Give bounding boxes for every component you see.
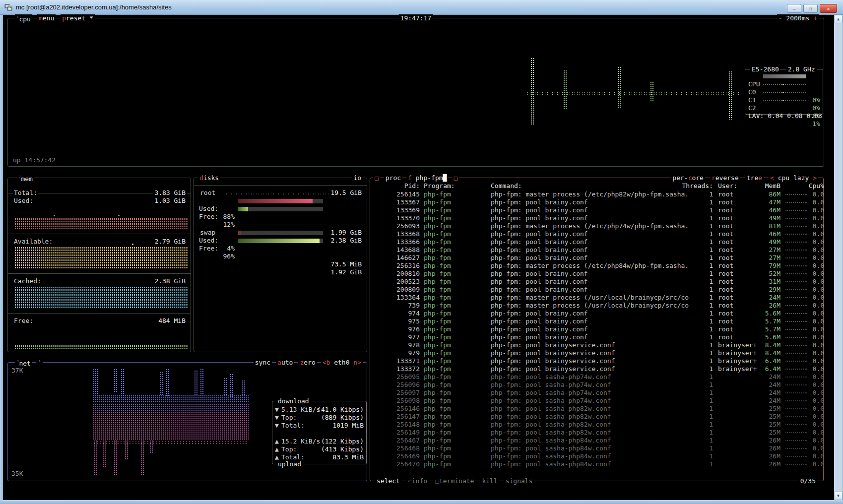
process-row[interactable]: 146627php-fpmphp-fpm: pool brainy.conf1r… xyxy=(376,254,823,262)
process-pid: 256469 xyxy=(376,452,420,460)
io-toggle[interactable]: io xyxy=(352,174,363,182)
column-user[interactable]: User: xyxy=(718,182,737,190)
process-user: root xyxy=(718,214,733,222)
process-command: php-fpm: pool brainy.conf xyxy=(491,333,588,341)
update-interval[interactable]: - 2000ms + xyxy=(777,14,819,22)
cpu-graph-spike xyxy=(530,58,534,125)
process-row[interactable]: 256469php-fpmphp-fpm: pool sasha-php84w.… xyxy=(376,452,823,460)
process-row[interactable]: 978php-fpmphp-fpm: pool brainyservice.co… xyxy=(376,341,823,349)
process-row[interactable]: 979php-fpmphp-fpm: pool brainyservice.co… xyxy=(376,349,823,357)
process-row[interactable]: 976php-fpmphp-fpm: pool brainy.conf1root… xyxy=(376,325,823,333)
process-mem: 8.4M xyxy=(736,349,780,357)
process-cpu: 0.0 xyxy=(801,437,824,444)
process-row[interactable]: 133370php-fpmphp-fpm: pool brainy.conf1r… xyxy=(376,214,823,222)
process-row[interactable]: 256147php-fpmphp-fpm: pool sasha-php82w.… xyxy=(376,413,823,421)
process-row[interactable]: 256098php-fpmphp-fpm: pool sasha-php74w.… xyxy=(376,397,823,405)
terminate-button[interactable]: □terminate xyxy=(434,477,475,485)
interface-switcher[interactable]: <b eth0 n> xyxy=(321,359,363,366)
process-program: php-fpm xyxy=(424,270,451,278)
maximize-button[interactable]: ❐ xyxy=(803,4,818,13)
process-cpu: 0.0 xyxy=(801,341,824,349)
process-row[interactable]: 256095php-fpmphp-fpm: pool sasha-php74w.… xyxy=(376,373,823,381)
column-cpu[interactable]: Cpu% xyxy=(801,182,824,190)
process-row[interactable]: 133371php-fpmphp-fpm: pool brainyservice… xyxy=(376,357,823,365)
net-box-label[interactable]: ³net xyxy=(15,359,32,367)
sort-selector[interactable]: < cpu lazy > xyxy=(769,174,818,182)
auto-toggle[interactable]: auto xyxy=(276,359,294,366)
proc-box-label[interactable]: proc xyxy=(384,174,402,182)
process-command: php-fpm: pool sasha-php82w.conf xyxy=(491,429,611,437)
signals-button[interactable]: signals xyxy=(504,477,534,485)
per-core-toggle[interactable]: per-core xyxy=(671,174,705,182)
filter-input[interactable]: f php-fpm█ xyxy=(406,174,448,182)
column-program[interactable]: Program: xyxy=(424,182,455,190)
process-command: php-fpm: pool brainy.conf xyxy=(491,278,588,286)
mem-available-row: Available:2.79 GiB xyxy=(8,230,191,238)
tree-toggle[interactable]: tree xyxy=(745,174,764,182)
process-row[interactable]: 200523php-fpmphp-fpm: pool brainy.conf1r… xyxy=(376,278,823,286)
process-row[interactable]: 133369php-fpmphp-fpm: pool brainy.conf1r… xyxy=(376,206,823,214)
process-row[interactable]: 256146php-fpmphp-fpm: pool sasha-php82w.… xyxy=(376,405,823,413)
cpu-box-label[interactable]: ¹cpu xyxy=(15,14,32,23)
process-row[interactable]: 133366php-fpmphp-fpm: pool brainy.conf1r… xyxy=(376,238,823,246)
process-program: php-fpm xyxy=(424,349,451,357)
process-cpu: 0.0 xyxy=(801,206,824,214)
column-pid[interactable]: Pid: xyxy=(376,182,420,190)
process-row[interactable]: 739php-fpmphp-fpm: master process (/usr/… xyxy=(376,302,823,310)
process-row[interactable]: 975php-fpmphp-fpm: pool brainy.conf1root… xyxy=(376,317,823,325)
process-row[interactable]: 977php-fpmphp-fpm: pool brainy.conf1root… xyxy=(376,333,823,341)
process-row[interactable]: 974php-fpmphp-fpm: pool brainy.conf1root… xyxy=(376,310,823,317)
scroll-down-icon: ▼ xyxy=(837,494,840,498)
process-row[interactable]: 256148php-fpmphp-fpm: pool sasha-php82w.… xyxy=(376,421,823,429)
column-threads[interactable]: Threads: xyxy=(674,182,713,190)
process-row[interactable]: 256468php-fpmphp-fpm: pool sasha-php84w.… xyxy=(376,444,823,452)
process-cpu: 0.0 xyxy=(801,452,824,460)
column-memb[interactable]: MemB xyxy=(736,182,780,190)
process-row[interactable]: 256097php-fpmphp-fpm: pool sasha-php74w.… xyxy=(376,389,823,397)
window-titlebar[interactable]: mc [root@a202.itdeveloper.com.ua]:/home/… xyxy=(0,0,843,15)
process-row[interactable]: 200809php-fpmphp-fpm: pool brainy.conf1r… xyxy=(376,286,823,294)
process-pid: 133370 xyxy=(376,214,420,222)
process-row[interactable]: 143688php-fpmphp-fpm: pool brainy.conf1r… xyxy=(376,246,823,254)
zero-toggle[interactable]: zero xyxy=(298,359,317,366)
process-mem: 26M xyxy=(736,444,780,452)
scroll-down-button[interactable]: ▼ xyxy=(834,492,843,500)
process-command: php-fpm: pool brainy.conf xyxy=(491,198,588,206)
close-button[interactable]: ✕ xyxy=(820,4,837,13)
process-command: php-fpm: pool brainyservice.conf xyxy=(491,341,615,349)
process-row[interactable]: 133368php-fpmphp-fpm: pool brainy.conf1r… xyxy=(376,230,823,238)
process-command: php-fpm: pool brainyservice.conf xyxy=(491,365,615,373)
filter-clear[interactable]: □ xyxy=(452,174,459,182)
process-row[interactable]: 256093php-fpmphp-fpm: master process (/e… xyxy=(376,222,823,230)
terminal-scrollbar[interactable]: ▲ ▼ xyxy=(834,15,843,500)
process-row[interactable]: 200810php-fpmphp-fpm: pool brainy.conf1r… xyxy=(376,270,823,278)
process-row[interactable]: 256145php-fpmphp-fpm: master process (/e… xyxy=(376,190,823,198)
process-cpu: 0.0 xyxy=(801,349,824,357)
process-mem: 26M xyxy=(736,452,780,460)
select-button[interactable]: select xyxy=(375,477,401,485)
menu-button[interactable]: menu xyxy=(37,14,56,23)
info-button[interactable]: ⌐info xyxy=(406,477,429,485)
process-row[interactable]: 256470php-fpmphp-fpm: pool sasha-php84w.… xyxy=(376,460,823,468)
process-row[interactable]: 256316php-fpmphp-fpm: master process (/e… xyxy=(376,262,823,270)
process-mem: 25M xyxy=(736,421,780,429)
preset-button[interactable]: preset * xyxy=(61,14,95,23)
process-command: php-fpm: pool sasha-php74w.conf xyxy=(491,397,611,405)
process-row[interactable]: 256149php-fpmphp-fpm: pool sasha-php82w.… xyxy=(376,429,823,437)
process-row[interactable]: 133364php-fpmphp-fpm: master process (/u… xyxy=(376,294,823,302)
kill-button[interactable]: kill xyxy=(480,477,499,485)
proc-collapse-toggle[interactable]: □ xyxy=(373,174,380,182)
sync-toggle[interactable]: sync xyxy=(254,359,272,366)
disks-box-label[interactable]: disks xyxy=(198,174,220,182)
reverse-toggle[interactable]: reverse xyxy=(710,174,740,182)
column-command[interactable]: Command: xyxy=(491,182,522,190)
download-arrow-icon: ▼ xyxy=(275,422,279,430)
process-row[interactable]: 256467php-fpmphp-fpm: pool sasha-php84w.… xyxy=(376,437,823,444)
process-threads: 1 xyxy=(674,349,713,357)
process-user: root xyxy=(718,262,733,270)
scroll-up-button[interactable]: ▲ xyxy=(834,15,843,23)
minimize-button[interactable]: — xyxy=(787,4,801,13)
process-row[interactable]: 256096php-fpmphp-fpm: pool sasha-php74w.… xyxy=(376,381,823,389)
process-row[interactable]: 133367php-fpmphp-fpm: pool brainy.conf1r… xyxy=(376,198,823,206)
process-row[interactable]: 133372php-fpmphp-fpm: pool brainyservice… xyxy=(376,365,823,373)
